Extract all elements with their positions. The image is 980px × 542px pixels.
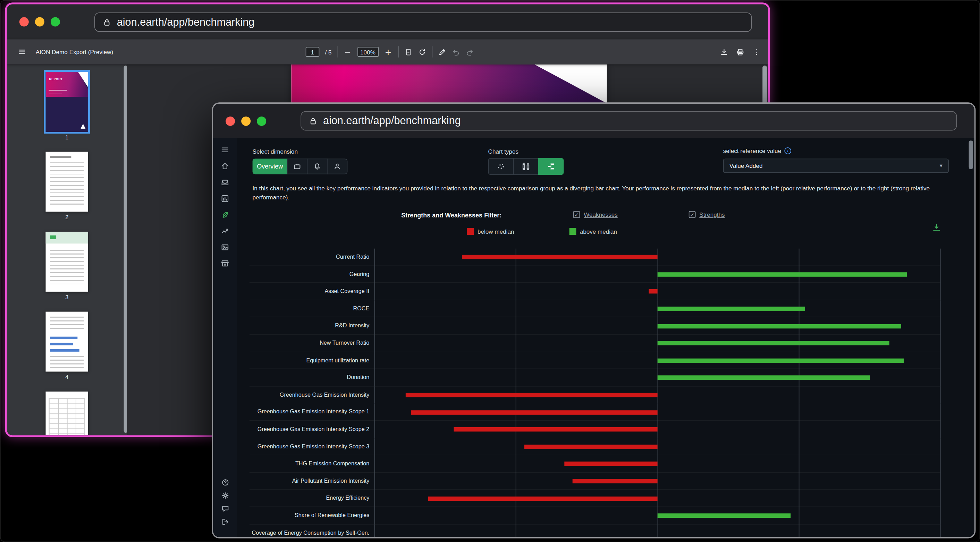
chart-row: Coverage of Energy Consumption by Self-G… [250,524,941,539]
people-dimension-button[interactable] [326,158,347,174]
reports-icon[interactable] [213,174,237,190]
chart-row-label: Greenhouse Gas Emission Intensity Scope … [250,438,374,455]
chart-bar [658,513,791,518]
chart-row: Current Ratio [250,249,941,266]
zoom-in-icon[interactable]: + [384,48,392,56]
logout-icon[interactable] [213,515,237,528]
chart-row: Share of Renewable Energies [250,507,941,524]
chart-row: Donation [250,369,941,387]
chart-row-plot [374,438,941,455]
analytics-icon[interactable] [213,190,237,207]
app-content: Select dimension Overview Chart types se… [213,138,974,537]
print-icon[interactable] [737,48,745,56]
back-url-bar[interactable]: aion.earth/app/benchmarking [94,13,752,32]
legend-swatch [467,228,474,235]
window-controls [19,17,60,27]
select-dimension-label: Select dimension [253,148,298,155]
back-window-titlebar: aion.earth/app/benchmarking [7,5,768,40]
redo-icon[interactable] [465,48,473,56]
front-url-bar[interactable]: aion.earth/app/benchmarking [301,111,957,131]
chart-bar [524,445,657,449]
chart-types-label: Chart types [488,148,519,155]
chart-row-label: Greenhouse Gas Emission Intensity Scope … [250,404,374,421]
thumbnail-page-number: 4 [65,374,68,380]
pdf-thumbnail[interactable]: 2 [45,152,88,220]
briefcase-dimension-button[interactable] [286,158,307,174]
diverging-bars-chart-type-button[interactable] [538,158,564,175]
bell-dimension-button[interactable] [307,158,327,174]
media-icon[interactable] [213,239,237,255]
pdf-toolbar-right [720,39,761,64]
chart-row: THG Emission Compensation [250,455,941,473]
trends-icon[interactable] [213,223,237,239]
reference-value-label: select reference value i [723,147,791,154]
pdf-thumbnail[interactable] [45,391,88,435]
pdf-toolbar: AION Demo Export (Preview) 1 / 5 − 100% … [7,39,768,64]
zoom-level[interactable]: 100% [357,47,378,57]
fullscreen-button[interactable] [51,17,60,27]
minimize-button[interactable] [241,116,251,125]
page-number-input[interactable]: 1 [306,47,320,57]
settings-icon[interactable] [213,489,237,502]
dimension-button-overview[interactable]: Overview [253,158,287,174]
legend-item: below median [467,228,514,235]
fullscreen-button[interactable] [257,116,266,125]
info-icon[interactable]: i [784,147,791,154]
close-button[interactable] [19,17,29,27]
zoom-out-icon[interactable]: − [344,48,352,56]
chart-export-icon[interactable] [932,223,941,232]
chart-bar [428,496,658,501]
fit-page-icon[interactable] [404,48,412,56]
home-icon[interactable] [213,158,237,174]
chart-row-label: Share of Renewable Energies [250,507,374,524]
chart-row-plot [374,386,941,404]
pdf-toolbar-center: 1 / 5 − 100% + [306,39,474,64]
chart-row-label: Gearing [250,266,374,283]
pdf-thumbnail[interactable]: 3 [45,231,88,300]
undo-icon[interactable] [452,48,460,56]
chart-bar [411,410,658,415]
menu-icon[interactable] [213,142,237,158]
pdf-menu-icon[interactable] [18,48,26,56]
chart-row-plot [374,266,941,283]
help-icon[interactable] [213,476,237,489]
boxplot-icon [521,162,531,171]
legend-item: above median [569,228,617,235]
diverging-bars-icon [546,162,555,171]
checkbox-icon: ✓ [689,211,696,218]
thumbnail-page [45,391,88,435]
app-scrollbar[interactable] [969,141,974,169]
sustainability-icon[interactable] [213,207,237,223]
scatter-chart-type-button[interactable] [488,158,514,175]
app-sidebar [213,138,237,537]
pdf-thumbnail[interactable]: REPORT1 [45,72,88,141]
chevron-down-icon: ▾ [940,163,942,168]
divider [398,46,398,57]
chart-row: Equipment utilization rate [250,352,941,369]
more-options-icon[interactable] [752,48,760,56]
chart-row: R&D Intensity [250,318,941,335]
chart-row-label: R&D Intensity [250,318,374,335]
chart-row-plot [374,421,941,438]
strengths-checkbox[interactable]: ✓Strengths [689,211,725,218]
boxplot-chart-type-button[interactable] [513,158,539,175]
checkbox-icon: ✓ [573,211,580,218]
reference-value-select[interactable]: Value Added ▾ [723,158,949,173]
close-button[interactable] [226,116,235,125]
url-text: aion.earth/app/benchmarking [117,16,255,29]
chart-bar [658,324,901,328]
chart-bar [658,341,890,346]
chart-row-label: THG Emission Compensation [250,455,374,473]
pdf-thumbnail[interactable]: 4 [45,312,88,380]
weaknesses-checkbox[interactable]: ✓Weaknesses [573,211,618,218]
chat-icon[interactable] [213,502,237,515]
pdf-sidebar-scrollbar[interactable] [124,65,127,433]
marketplace-icon[interactable] [213,255,237,272]
annotate-icon[interactable] [438,48,446,56]
chart-bar [564,462,657,466]
minimize-button[interactable] [35,17,45,27]
window-controls [226,116,266,125]
rotate-icon[interactable] [418,48,426,56]
download-icon[interactable] [720,48,728,56]
chart-row-plot [374,352,941,369]
